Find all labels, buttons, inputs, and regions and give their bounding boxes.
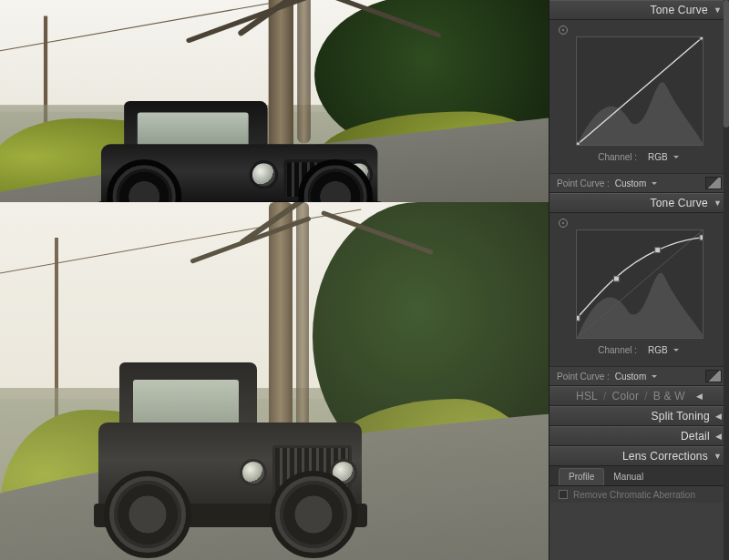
point-curve-row-2: Point Curve : Custom — [549, 366, 729, 386]
split-toning-header[interactable]: Split Toning ◀ — [549, 406, 729, 426]
hsl-tab[interactable]: HSL — [576, 390, 598, 402]
split-toning-title: Split Toning — [652, 410, 710, 423]
point-curve-label-2: Point Curve : — [557, 372, 610, 382]
lens-tab-manual[interactable]: Manual — [604, 469, 652, 485]
color-tab[interactable]: Color — [612, 390, 640, 402]
tone-curve-title: Tone Curve — [651, 4, 708, 16]
svg-rect-1 — [577, 142, 580, 145]
detail-header[interactable]: Detail ◀ — [549, 426, 729, 446]
svg-rect-2 — [699, 37, 702, 40]
chromatic-aberration-row: Remove Chromatic Aberration — [549, 486, 729, 503]
detail-title: Detail — [681, 430, 710, 443]
point-curve-label: Point Curve : — [557, 178, 610, 188]
curve-mode-toggle-icon[interactable] — [705, 177, 722, 189]
preview-before[interactable] — [0, 0, 549, 202]
collapse-icon: ▼ — [714, 5, 722, 15]
expand-icon: ◀ — [715, 412, 722, 421]
tone-curve-graph-2[interactable] — [576, 229, 703, 339]
expand-icon: ◀ — [715, 432, 722, 441]
channel-label-2: Channel : — [598, 345, 637, 355]
collapse-icon: ▼ — [714, 452, 722, 461]
tone-curve-graph-1[interactable] — [576, 36, 703, 146]
point-curve-dropdown-2[interactable]: Custom — [615, 372, 657, 382]
tone-curve-header-2[interactable]: Tone Curve ▼ — [549, 193, 729, 213]
tone-curve-header[interactable]: Tone Curve ▼ — [549, 0, 729, 20]
chromatic-aberration-checkbox[interactable] — [559, 490, 568, 499]
hsl-panel-header[interactable]: HSL / Color / B & W ◀ — [549, 386, 729, 406]
lens-tabs: Profile Manual — [549, 466, 729, 486]
targeted-adjustment-icon[interactable] — [559, 219, 568, 228]
channel-dropdown-2[interactable]: RGB — [644, 344, 681, 356]
expand-icon: ◀ — [696, 392, 703, 401]
tone-curve-panel-1: Channel : RGB — [549, 20, 729, 173]
lens-corrections-header[interactable]: Lens Corrections ▼ — [549, 446, 729, 466]
bw-tab[interactable]: B & W — [653, 390, 685, 402]
lens-corrections-title: Lens Corrections — [622, 450, 708, 463]
tone-curve-panel-2: Channel : RGB — [549, 213, 729, 366]
panel-scrollbar-track[interactable] — [724, 0, 729, 560]
point-curve-dropdown[interactable]: Custom — [615, 178, 657, 188]
preview-area — [0, 0, 549, 560]
channel-label: Channel : — [598, 152, 637, 162]
svg-rect-7 — [699, 235, 702, 240]
curve-mode-toggle-icon[interactable] — [705, 370, 722, 382]
tone-curve-title-2: Tone Curve — [651, 197, 708, 209]
svg-rect-6 — [654, 248, 660, 253]
collapse-icon: ▼ — [714, 199, 722, 208]
lens-tab-profile[interactable]: Profile — [559, 468, 604, 485]
svg-rect-4 — [577, 315, 580, 321]
preview-after[interactable] — [0, 202, 549, 560]
develop-panel: Tone Curve ▼ Channel : RGB Point Curve :… — [549, 0, 729, 560]
point-curve-row-1: Point Curve : Custom — [549, 173, 729, 193]
channel-dropdown[interactable]: RGB — [644, 151, 681, 163]
chromatic-aberration-label: Remove Chromatic Aberration — [573, 490, 695, 500]
targeted-adjustment-icon[interactable] — [559, 25, 568, 35]
panel-scrollbar-thumb[interactable] — [724, 0, 729, 127]
svg-rect-5 — [613, 276, 619, 281]
